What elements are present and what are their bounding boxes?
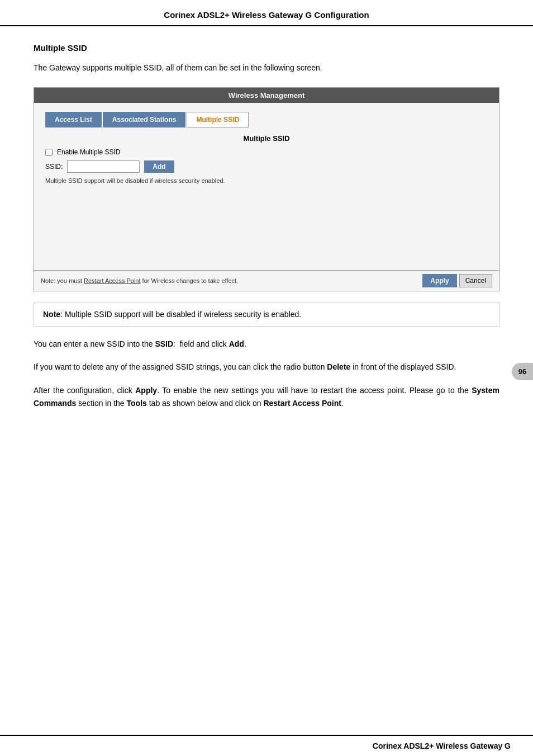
apply-button[interactable]: Apply [422, 274, 456, 287]
add-bold: Add [229, 339, 244, 348]
note-box: Note: Multiple SSID support will be disa… [34, 303, 499, 327]
add-button[interactable]: Add [144, 160, 174, 173]
footer-buttons: Apply Cancel [422, 274, 492, 287]
note-text: : Multiple SSID support will be disabled… [60, 310, 301, 319]
ssid-security-note: Multiple SSID support will be disabled i… [45, 177, 488, 184]
ssid-input[interactable] [67, 160, 140, 173]
wireless-spacer [45, 188, 488, 261]
enable-row: Enable Multiple SSID [45, 148, 488, 156]
wireless-footer-note: Note: you must Restart Access Point for … [41, 277, 238, 284]
note-bold: Note [43, 310, 60, 319]
footer-title: Corinex ADSL2+ Wireless Gateway G [373, 741, 511, 750]
enable-multiple-ssid-label: Enable Multiple SSID [57, 148, 120, 156]
ssid-row: SSID: Add [45, 160, 488, 173]
ssid-bold: SSID [155, 339, 173, 348]
apply-bold: Apply [135, 386, 157, 395]
main-content: Multiple SSID The Gateway supports multi… [0, 26, 533, 465]
delete-bold: Delete [327, 362, 350, 371]
tab-multiple-ssid[interactable]: Multiple SSID [187, 112, 249, 127]
enable-multiple-ssid-checkbox[interactable] [45, 149, 53, 156]
tools-bold: Tools [127, 399, 147, 408]
page-number-tab: 96 [512, 363, 533, 380]
wireless-box-header: Wireless Management [34, 88, 499, 103]
page-footer: Corinex ADSL2+ Wireless Gateway G [0, 735, 533, 756]
restart-access-point-bold: Restart Access Point [263, 399, 341, 408]
wireless-box-footer: Note: you must Restart Access Point for … [34, 270, 499, 291]
tabs-row: Access List Associated Stations Multiple… [45, 112, 488, 127]
paragraph-3: After the configuration, click Apply. To… [34, 384, 499, 410]
cancel-button[interactable]: Cancel [459, 274, 492, 287]
restart-access-point-link[interactable]: Restart Access Point [84, 277, 141, 284]
intro-paragraph: The Gateway supports multiple SSID, all … [34, 62, 499, 74]
section-title: Multiple SSID [34, 43, 499, 53]
paragraph-1: You can enter a new SSID into the SSID: … [34, 338, 499, 351]
wireless-box-content: Access List Associated Stations Multiple… [34, 103, 499, 270]
ssid-label: SSID: [45, 163, 63, 171]
tab-associated-stations[interactable]: Associated Stations [103, 112, 186, 127]
header-title: Corinex ADSL2+ Wireless Gateway G Config… [164, 10, 369, 20]
page-header: Corinex ADSL2+ Wireless Gateway G Config… [0, 0, 533, 26]
wireless-management-box: Wireless Management Access List Associat… [34, 87, 499, 291]
paragraph-2: If you want to delete any of the assigne… [34, 361, 499, 374]
form-section-title: Multiple SSID [45, 134, 488, 143]
tab-access-list[interactable]: Access List [45, 112, 102, 127]
